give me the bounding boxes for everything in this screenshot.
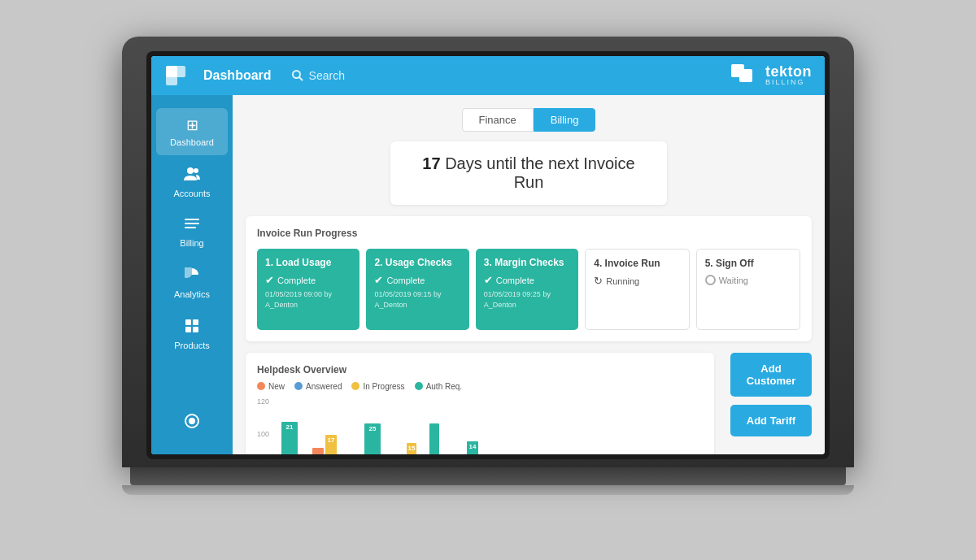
legend-in-progress-label: In Progress: [363, 382, 404, 391]
svg-point-2: [187, 167, 194, 174]
sidebar-bottom-item[interactable]: [156, 405, 228, 441]
legend-answered-dot: [294, 382, 303, 390]
step-margin-checks: 3. Margin Checks ✔ Complete 01/05/2019 0…: [476, 249, 578, 330]
step5-icon: [705, 275, 716, 285]
brand-logo: tekton BILLING: [731, 64, 812, 87]
bar-group-1: 21: [281, 422, 298, 454]
bar-5-2-label: 14: [469, 443, 477, 450]
days-suffix: Days until the next Invoice Run: [441, 154, 635, 191]
add-customer-button[interactable]: Add Customer: [730, 353, 812, 397]
screen: Dashboard Search: [151, 56, 825, 454]
svg-rect-8: [193, 319, 198, 325]
bar-2-2-label: 17: [328, 436, 335, 444]
right-buttons: Add Customer Add Tariff: [730, 353, 812, 454]
tab-billing[interactable]: Billing: [534, 108, 596, 132]
bar-groups: 21: [281, 397, 703, 454]
svg-rect-4: [185, 219, 199, 220]
sidebar-label-accounts: Accounts: [173, 189, 210, 198]
legend-in-progress: In Progress: [351, 382, 404, 391]
sidebar-item-analytics[interactable]: Analytics: [156, 259, 228, 307]
laptop-base-bar: [130, 467, 846, 485]
svg-line-1: [299, 77, 303, 80]
step3-icon: ✔: [484, 274, 493, 286]
step-invoice-run: 4. Invoice Run ↻ Running: [585, 249, 689, 330]
legend-answered: Answered: [294, 382, 342, 391]
step5-name: 5. Sign Off: [705, 258, 791, 271]
svg-rect-10: [193, 327, 198, 332]
bottom-icon: [184, 413, 200, 433]
svg-rect-5: [185, 223, 199, 224]
analytics-icon: [185, 267, 199, 286]
step2-meta: 01/05/2019 09:15 byA_Denton: [374, 289, 460, 310]
step3-name: 3. Margin Checks: [484, 257, 570, 270]
page-title: Dashboard: [203, 68, 272, 83]
products-icon: [185, 319, 199, 337]
step1-meta: 01/05/2019 09:00 byA_Denton: [265, 289, 351, 310]
sidebar: ⊞ Dashboard: [151, 95, 233, 454]
helpdesk-wrapper: Helpdesk Overview New Answer: [246, 353, 714, 454]
legend-in-progress-dot: [351, 382, 359, 390]
svg-point-12: [190, 419, 194, 423]
brand-logo-squares: [731, 64, 759, 87]
sidebar-item-billing[interactable]: Billing: [156, 210, 228, 256]
step-load-usage: 1. Load Usage ✔ Complete 01/05/2019 09:0…: [257, 249, 359, 330]
bar-group-4: 13 15: [395, 423, 439, 454]
step1-status: ✔ Complete: [265, 274, 351, 286]
search-label: Search: [309, 69, 345, 82]
tab-finance[interactable]: Finance: [462, 108, 534, 132]
helpdesk-card: Helpdesk Overview New Answer: [246, 353, 714, 454]
step4-status: ↻ Running: [594, 275, 680, 287]
sidebar-item-products[interactable]: Products: [156, 310, 228, 358]
y-label-100: 100: [257, 430, 277, 438]
chart-legend: New Answered In Progress: [257, 382, 703, 391]
tabs-row: Finance Billing: [246, 108, 812, 132]
brand-billing: BILLING: [765, 79, 812, 86]
helpdesk-title: Helpdesk Overview: [257, 364, 703, 376]
sidebar-label-products: Products: [174, 341, 209, 350]
invoice-progress-card: Invoice Run Progress 1. Load Usage ✔ Com…: [246, 216, 812, 341]
search-icon: [291, 69, 304, 82]
step4-name: 4. Invoice Run: [594, 258, 680, 271]
legend-new-label: New: [268, 382, 285, 391]
svg-point-0: [293, 71, 300, 78]
legend-new-dot: [257, 382, 265, 390]
add-tariff-button[interactable]: Add Tariff: [730, 405, 812, 436]
step5-status: Waiting: [705, 275, 791, 285]
progress-steps: 1. Load Usage ✔ Complete 01/05/2019 09:0…: [257, 249, 800, 330]
svg-point-3: [194, 168, 198, 173]
step3-label: Complete: [496, 276, 534, 285]
search-box[interactable]: Search: [291, 69, 345, 82]
chart-container: 120 100 80: [257, 397, 703, 454]
top-bar: Dashboard Search: [151, 56, 825, 95]
progress-title: Invoice Run Progress: [257, 228, 800, 239]
svg-rect-6: [185, 227, 196, 228]
step-usage-checks: 2. Usage Checks ✔ Complete 01/05/2019 09…: [366, 249, 468, 330]
accounts-icon: [184, 167, 200, 185]
step1-name: 1. Load Usage: [265, 257, 351, 270]
screen-bezel: Dashboard Search: [146, 51, 830, 459]
bar-3-1-label: 25: [369, 425, 377, 432]
step4-icon: ↻: [594, 275, 603, 287]
legend-auth-req-label: Auth Req.: [426, 382, 462, 391]
sidebar-item-dashboard[interactable]: ⊞ Dashboard: [156, 108, 228, 155]
sidebar-label-billing: Billing: [180, 238, 203, 248]
sidebar-item-accounts[interactable]: Accounts: [156, 158, 228, 206]
laptop-body: Dashboard Search: [122, 37, 854, 467]
y-label-120: 120: [257, 397, 277, 406]
step1-icon: ✔: [265, 274, 274, 286]
svg-rect-7: [185, 319, 191, 325]
bar-1-1-label: 21: [286, 423, 294, 431]
step3-status: ✔ Complete: [484, 274, 570, 286]
step-sign-off: 5. Sign Off Waiting: [696, 249, 800, 330]
laptop-wrapper: Dashboard Search: [122, 37, 854, 524]
days-text: 17 Days until the next Invoice Run: [422, 154, 634, 191]
step2-status: ✔ Complete: [374, 274, 460, 286]
step3-meta: 01/05/2019 09:25 byA_Denton: [484, 289, 570, 310]
dashboard-icon: ⊞: [186, 116, 198, 134]
bar-2-1: [312, 448, 324, 454]
content-area: Finance Billing 17 Days until the next I…: [233, 95, 825, 454]
step4-label: Running: [606, 276, 639, 286]
legend-answered-label: Answered: [306, 382, 342, 391]
bar-group-5: 8 14: [454, 441, 478, 454]
billing-icon: [185, 218, 199, 235]
